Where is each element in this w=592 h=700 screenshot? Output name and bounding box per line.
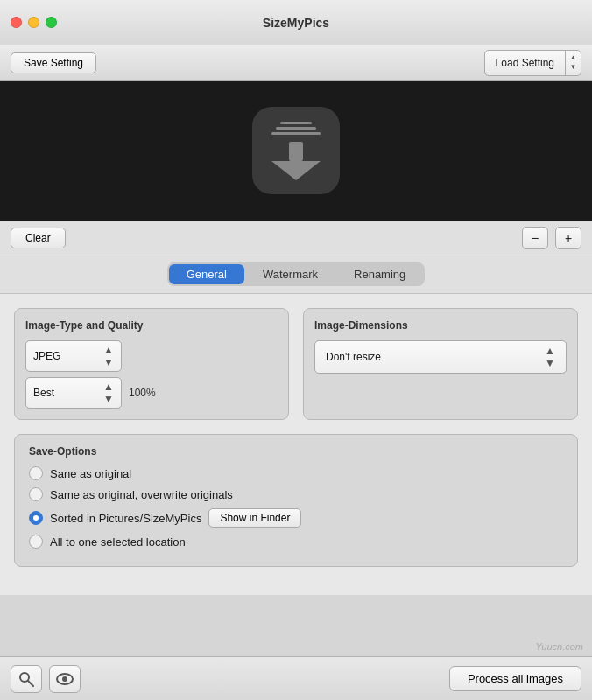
tabs-group: General Watermark Renaming xyxy=(167,262,426,286)
image-type-stepper[interactable]: ▲ ▼ xyxy=(103,344,114,368)
main-content: Image-Type and Quality JPEG ▲ ▼ Best ▲ ▼ xyxy=(0,294,592,595)
drop-icon xyxy=(252,107,340,194)
titlebar: SizeMyPics xyxy=(0,0,592,46)
load-setting-stepper[interactable]: ▲ ▼ xyxy=(565,51,581,75)
image-dimensions-title: Image-Dimensions xyxy=(314,319,567,332)
quality-percent: 100% xyxy=(129,387,156,399)
quality-value: Best xyxy=(33,387,54,399)
quality-select[interactable]: Best ▲ ▼ xyxy=(25,377,122,409)
minimize-button[interactable] xyxy=(28,17,39,28)
stepper-up-icon: ▲ xyxy=(566,53,581,62)
plus-button[interactable]: + xyxy=(555,227,581,249)
image-type-controls: JPEG ▲ ▼ Best ▲ ▼ 100% xyxy=(25,340,278,409)
drop-line-3 xyxy=(271,132,321,135)
close-button[interactable] xyxy=(11,17,22,28)
process-all-images-button[interactable]: Process all images xyxy=(449,666,581,691)
radio-label-sorted: Sorted in Pictures/SizeMyPics xyxy=(50,512,201,525)
resize-select[interactable]: Don't resize ▲ ▼ xyxy=(314,340,567,374)
image-type-value: JPEG xyxy=(33,350,60,362)
drop-line-1 xyxy=(280,122,312,124)
svg-line-3 xyxy=(28,681,33,686)
app-title: SizeMyPics xyxy=(263,16,329,30)
radio-sane-as-original[interactable]: Sane as original xyxy=(29,466,563,480)
save-options-title: Save-Options xyxy=(29,445,563,458)
resize-stepper[interactable]: ▲ ▼ xyxy=(545,345,555,369)
radio-same-overwrite[interactable]: Same as original, overwrite originals xyxy=(29,487,563,501)
radio-all-one-location[interactable]: All to one selected location xyxy=(29,535,563,549)
maximize-button[interactable] xyxy=(46,17,57,28)
clear-button[interactable]: Clear xyxy=(11,228,66,248)
traffic-lights xyxy=(11,17,57,28)
tab-general[interactable]: General xyxy=(169,264,244,284)
tab-watermark[interactable]: Watermark xyxy=(245,264,335,284)
radio-btn-overwrite[interactable] xyxy=(29,487,43,501)
action-bar: Clear − + xyxy=(0,220,592,256)
resize-down-icon: ▼ xyxy=(545,357,555,369)
tabs-bar: General Watermark Renaming xyxy=(0,256,592,294)
svg-rect-0 xyxy=(289,142,303,161)
load-setting-label: Load Setting xyxy=(485,53,565,73)
image-dimensions-panel: Image-Dimensions Don't resize ▲ ▼ xyxy=(303,308,578,420)
save-setting-button[interactable]: Save Setting xyxy=(11,52,96,74)
type-up-icon: ▲ xyxy=(103,344,114,356)
type-down-icon: ▼ xyxy=(103,356,114,368)
quality-down-icon: ▼ xyxy=(103,393,114,405)
radio-label-all-one: All to one selected location xyxy=(50,536,186,549)
image-type-title: Image-Type and Quality xyxy=(25,319,278,332)
radio-sorted-pictures[interactable]: Sorted in Pictures/SizeMyPics Show in Fi… xyxy=(29,508,563,528)
bottom-bar: Process all images xyxy=(0,656,592,700)
tab-renaming[interactable]: Renaming xyxy=(336,264,423,284)
quality-up-icon: ▲ xyxy=(103,381,114,393)
quality-row: Best ▲ ▼ 100% xyxy=(25,377,278,409)
radio-label-sane: Sane as original xyxy=(50,467,131,480)
radio-btn-all-one[interactable] xyxy=(29,535,43,549)
drop-line-2 xyxy=(276,127,316,130)
drop-zone[interactable] xyxy=(0,80,592,220)
svg-marker-1 xyxy=(271,161,321,180)
radio-btn-sane[interactable] xyxy=(29,466,43,480)
search-icon xyxy=(18,671,34,687)
show-in-finder-button[interactable]: Show in Finder xyxy=(208,508,301,528)
drop-lines xyxy=(271,122,321,135)
bottom-icons xyxy=(11,665,81,693)
image-type-panel: Image-Type and Quality JPEG ▲ ▼ Best ▲ ▼ xyxy=(14,308,289,420)
load-setting-control[interactable]: Load Setting ▲ ▼ xyxy=(484,50,581,76)
action-right: − + xyxy=(522,227,581,249)
resize-up-icon: ▲ xyxy=(545,345,555,357)
image-type-select[interactable]: JPEG ▲ ▼ xyxy=(25,340,122,372)
minus-button[interactable]: − xyxy=(522,227,548,249)
svg-point-5 xyxy=(62,676,67,682)
radio-btn-sorted[interactable] xyxy=(29,511,43,525)
save-options-panel: Save-Options Sane as original Same as or… xyxy=(14,434,578,567)
search-icon-button[interactable] xyxy=(11,665,42,693)
eye-icon-button[interactable] xyxy=(49,665,81,693)
resize-value: Don't resize xyxy=(326,351,381,363)
watermark-text: Yuucn.com xyxy=(535,641,583,652)
drop-arrow-icon xyxy=(271,142,321,180)
eye-icon xyxy=(56,673,74,685)
stepper-down-icon: ▼ xyxy=(566,63,581,72)
radio-label-overwrite: Same as original, overwrite originals xyxy=(50,488,233,501)
settings-row: Image-Type and Quality JPEG ▲ ▼ Best ▲ ▼ xyxy=(14,308,578,420)
toolbar: Save Setting Load Setting ▲ ▼ xyxy=(0,46,592,80)
quality-stepper[interactable]: ▲ ▼ xyxy=(103,381,114,405)
